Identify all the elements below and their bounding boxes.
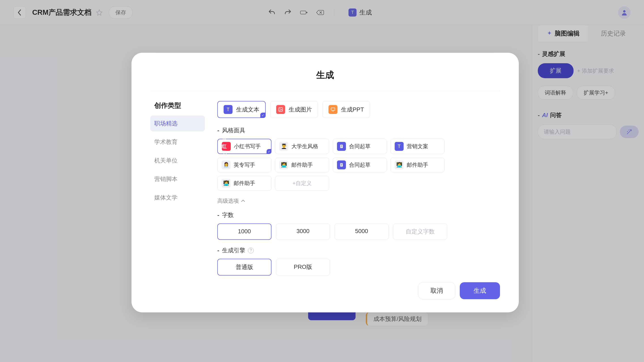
check-icon: ✓ xyxy=(260,113,266,118)
mail-assistant-icon: 👩‍💻 xyxy=(395,160,404,169)
presentation-icon xyxy=(328,105,338,114)
style-xiaohongshu[interactable]: 小红书 小红书写手 ✓ xyxy=(217,139,272,154)
svg-rect-5 xyxy=(331,108,335,110)
type-generate-ppt[interactable]: 生成PPT xyxy=(322,101,370,118)
creation-type-title: 创作类型 xyxy=(150,101,205,115)
output-type-row: T 生成文本 ✓ 生成图片 生成PPT xyxy=(217,101,500,118)
count-1000[interactable]: 1000 xyxy=(217,223,272,240)
engine-header: - 生成引擎 ? xyxy=(217,247,500,254)
style-grid: 小红书 小红书写手 ✓ 👨‍🎓 大学生风格 合同起草 T 营销文案 xyxy=(217,139,500,191)
svg-rect-3 xyxy=(279,108,283,111)
style-student[interactable]: 👨‍🎓 大学生风格 xyxy=(275,139,329,154)
nav-item-workplace[interactable]: 职场精选 xyxy=(150,115,205,131)
style-contract[interactable]: 合同起草 xyxy=(333,139,387,154)
style-mail-2[interactable]: 👩‍💻 邮件助手 xyxy=(390,158,444,172)
advanced-options-toggle[interactable]: 高级选项 xyxy=(217,197,500,204)
mail-assistant-icon: 👩‍💻 xyxy=(222,179,230,188)
style-custom[interactable]: +自定义 xyxy=(275,176,329,191)
writer-icon: 👩‍💼 xyxy=(222,160,230,169)
modal-content: T 生成文本 ✓ 生成图片 生成PPT xyxy=(217,101,500,299)
word-count-header: - 字数 xyxy=(217,211,500,219)
word-count-row: 1000 3000 5000 自定义字数 xyxy=(217,223,500,240)
nav-item-academic[interactable]: 学术教育 xyxy=(150,134,205,150)
type-generate-image[interactable]: 生成图片 xyxy=(270,101,318,118)
style-mail-3[interactable]: 👩‍💻 邮件助手 xyxy=(217,176,272,191)
style-contract-2[interactable]: 合同起草 xyxy=(333,158,387,172)
engine-pro[interactable]: PRO版 xyxy=(276,259,330,276)
check-icon: ✓ xyxy=(266,149,272,154)
count-5000[interactable]: 5000 xyxy=(334,223,389,240)
style-section-header: - 风格面具 xyxy=(217,126,500,134)
engine-normal[interactable]: 普通版 xyxy=(217,259,272,276)
cancel-button[interactable]: 取消 xyxy=(418,282,455,299)
creation-type-nav: 创作类型 职场精选 学术教育 机关单位 营销脚本 媒体文学 xyxy=(150,101,205,299)
count-custom[interactable]: 自定义字数 xyxy=(393,223,447,240)
help-icon[interactable]: ? xyxy=(248,248,254,253)
confirm-generate-button[interactable]: 生成 xyxy=(460,282,500,299)
modal-title: 生成 xyxy=(150,69,500,91)
image-icon xyxy=(276,105,285,114)
chevron-up-icon xyxy=(241,200,245,202)
document-icon xyxy=(337,160,346,169)
type-generate-text[interactable]: T 生成文本 ✓ xyxy=(217,101,266,118)
student-icon: 👨‍🎓 xyxy=(279,142,288,151)
mail-assistant-icon: 👩‍💻 xyxy=(279,160,288,169)
modal-footer: 取消 生成 xyxy=(217,282,500,299)
nav-item-marketing[interactable]: 营销脚本 xyxy=(150,171,205,187)
style-english-writer[interactable]: 👩‍💼 英专写手 xyxy=(217,158,272,172)
nav-item-media[interactable]: 媒体文学 xyxy=(150,190,205,206)
count-3000[interactable]: 3000 xyxy=(276,223,330,240)
svg-point-4 xyxy=(280,108,280,109)
nav-item-government[interactable]: 机关单位 xyxy=(150,153,205,168)
xhs-icon: 小红书 xyxy=(222,142,231,151)
style-mail-1[interactable]: 👩‍💻 邮件助手 xyxy=(275,158,329,172)
text-icon: T xyxy=(224,105,232,114)
engine-row: 普通版 PRO版 xyxy=(217,259,500,276)
document-icon xyxy=(337,142,346,151)
text-icon: T xyxy=(395,142,404,151)
generate-modal: 生成 创作类型 职场精选 学术教育 机关单位 营销脚本 媒体文学 T 生成文本 … xyxy=(132,53,519,312)
style-marketing-copy[interactable]: T 营销文案 xyxy=(390,139,444,154)
